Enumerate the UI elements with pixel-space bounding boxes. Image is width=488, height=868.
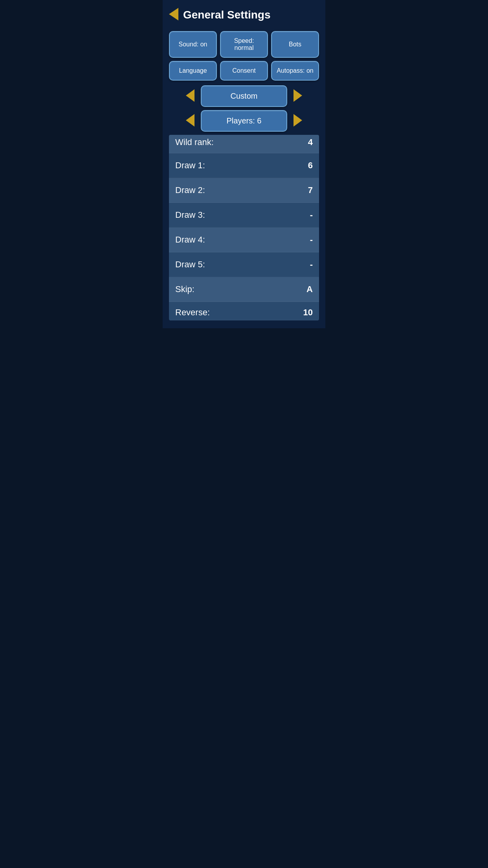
preset-left-arrow-icon: [186, 89, 194, 102]
row-value-reverse: 10: [293, 307, 313, 318]
row-value-draw3: -: [293, 210, 313, 220]
row-label-draw4: Draw 4:: [175, 235, 293, 245]
table-row[interactable]: Wild rank: 4: [169, 135, 319, 153]
row-label-reverse: Reverse:: [175, 307, 293, 318]
preset-next-button[interactable]: [292, 88, 304, 105]
speed-button[interactable]: Speed: normal: [220, 31, 268, 58]
row-value-draw1: 6: [293, 160, 313, 171]
table-row[interactable]: Draw 4: -: [169, 228, 319, 252]
row-value-draw4: -: [293, 235, 313, 245]
consent-button[interactable]: Consent: [220, 61, 268, 81]
players-prev-button[interactable]: [184, 112, 196, 129]
sound-button[interactable]: Sound: on: [169, 31, 217, 58]
row-label-wild-rank: Wild rank:: [175, 137, 293, 147]
table-row[interactable]: Draw 1: 6: [169, 153, 319, 178]
header: General Settings: [169, 8, 319, 22]
table-row[interactable]: Draw 5: -: [169, 252, 319, 277]
row-label-draw5: Draw 5:: [175, 259, 293, 270]
row-label-draw2: Draw 2:: [175, 185, 293, 195]
row-label-draw3: Draw 3:: [175, 210, 293, 220]
players-right-arrow-icon: [294, 114, 302, 127]
table-row[interactable]: Draw 2: 7: [169, 178, 319, 203]
players-left-arrow-icon: [186, 114, 194, 127]
preset-right-arrow-icon: [294, 89, 302, 102]
language-button[interactable]: Language: [169, 61, 217, 81]
table-row[interactable]: Reverse: 10: [169, 302, 319, 320]
row-value-draw2: 7: [293, 185, 313, 195]
back-button[interactable]: [169, 8, 178, 22]
players-next-button[interactable]: [292, 112, 304, 129]
bots-button[interactable]: Bots: [271, 31, 319, 58]
preset-prev-button[interactable]: [184, 88, 196, 105]
row-label-skip: Skip:: [175, 284, 293, 294]
players-nav-row: Players: 6: [169, 110, 319, 132]
autopass-button[interactable]: Autopass: on: [271, 61, 319, 81]
row-value-draw5: -: [293, 259, 313, 270]
row-value-skip: A: [293, 284, 313, 294]
settings-buttons-row1: Sound: on Speed: normal Bots: [169, 31, 319, 58]
table-row[interactable]: Draw 3: -: [169, 203, 319, 228]
back-arrow-icon: [169, 8, 178, 20]
preset-nav-row: Custom: [169, 85, 319, 107]
row-value-wild-rank: 4: [293, 137, 313, 147]
row-label-draw1: Draw 1:: [175, 160, 293, 171]
settings-buttons-row2: Language Consent Autopass: on: [169, 61, 319, 81]
page-title: General Settings: [183, 9, 271, 21]
settings-table: Wild rank: 4 Draw 1: 6 Draw 2: 7 Draw 3:…: [169, 135, 319, 320]
preset-button[interactable]: Custom: [201, 85, 287, 107]
players-button[interactable]: Players: 6: [201, 110, 287, 132]
table-row[interactable]: Skip: A: [169, 277, 319, 302]
